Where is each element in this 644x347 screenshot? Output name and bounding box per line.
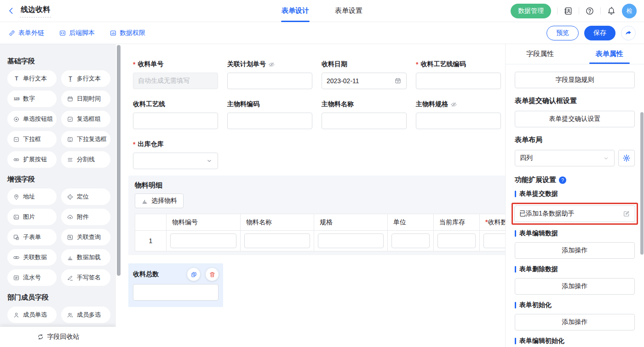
- multi-dropdown-icon: [67, 136, 74, 143]
- field-type-subform[interactable]: 子表单: [7, 229, 57, 245]
- form-field[interactable]: *出库仓库: [133, 140, 218, 169]
- field-type-member-single[interactable]: 成员单选: [7, 307, 57, 323]
- field-type-locate-target[interactable]: 定位: [61, 188, 110, 205]
- field-input[interactable]: [322, 113, 407, 129]
- notification-bell-icon[interactable]: [607, 6, 616, 16]
- field-type-image[interactable]: 图片: [7, 209, 57, 225]
- field-type-related-data[interactable]: 关联数据: [7, 249, 57, 266]
- scrollbar-thumb[interactable]: [117, 45, 121, 276]
- form-field[interactable]: 主物料规格: [416, 100, 501, 129]
- field-input[interactable]: [227, 113, 312, 129]
- submit-confirm-button[interactable]: 表单提交确认设置: [515, 111, 635, 127]
- share-button[interactable]: [621, 26, 636, 40]
- subform-cell-input[interactable]: [244, 233, 310, 248]
- main-tab-2[interactable]: 表单设置: [322, 0, 375, 22]
- field-input[interactable]: [227, 73, 312, 89]
- avatar[interactable]: 检: [622, 4, 637, 18]
- subform-cell-input[interactable]: [437, 233, 476, 248]
- field-type-multi-dropdown[interactable]: 下拉复选框: [61, 131, 110, 148]
- subform-icon: [13, 234, 20, 241]
- form-field[interactable]: 主物料名称: [322, 100, 407, 129]
- toolbar-link-script[interactable]: 后端脚本: [59, 29, 95, 37]
- selected-field-receive-total[interactable]: 收料总数: [128, 263, 223, 307]
- form-field[interactable]: *收料工艺线编码: [416, 60, 501, 89]
- panel-tab-2[interactable]: 表单属性: [575, 44, 644, 64]
- field-type-signature-pen[interactable]: 手写签名: [61, 269, 110, 286]
- field-type-attachment-cloud[interactable]: 附件: [61, 209, 110, 225]
- field-input[interactable]: [133, 284, 218, 301]
- add-operation-button[interactable]: 添加操作: [515, 278, 635, 295]
- field-type-single-text[interactable]: T单行文本: [7, 70, 57, 87]
- subform-material-detail[interactable]: 物料明细 选择物料 物料编号物料名称规格单位当前库存*收料数量1: [128, 176, 505, 255]
- field-type-radio[interactable]: 单选按钮组: [7, 111, 57, 127]
- field-type-multi-text[interactable]: Ṯ多行文本: [61, 70, 110, 87]
- duplicate-field-button[interactable]: [187, 268, 200, 281]
- data-assistant-box[interactable]: 已添加1条数据助手: [514, 205, 635, 222]
- add-operation-button[interactable]: 添加操作: [515, 314, 635, 330]
- date-input[interactable]: 2023-02-11: [322, 73, 407, 89]
- field-input[interactable]: [133, 113, 218, 129]
- form-field[interactable]: 收料日期2023-02-11: [322, 60, 407, 89]
- form-field[interactable]: *收料单号自动生成无需填写: [133, 60, 218, 89]
- help-icon[interactable]: [585, 6, 594, 16]
- edit-icon: [623, 210, 630, 217]
- field-type-divider[interactable]: 分割线: [61, 151, 110, 168]
- field-type-extend-button[interactable]: 扩展按钮: [7, 151, 57, 168]
- form-field[interactable]: 收料工艺线: [133, 100, 218, 129]
- subform-cell-input[interactable]: [391, 233, 430, 248]
- field-input[interactable]: [416, 113, 501, 129]
- select-input[interactable]: [133, 153, 218, 169]
- subform-column-header: 物料编号: [167, 214, 241, 231]
- subform-cell-input[interactable]: [483, 233, 505, 248]
- toolbar-link-data-permission[interactable]: 数据权限: [109, 29, 145, 37]
- panel-scrollbar-thumb[interactable]: [640, 112, 644, 255]
- field-type-calendar[interactable]: 日期时间: [61, 91, 110, 107]
- assistant-text: 已添加1条数据助手: [519, 210, 575, 218]
- form-field[interactable]: 关联计划单号: [227, 60, 312, 89]
- main-tab-1[interactable]: 表单设计: [269, 0, 322, 22]
- layout-settings-button[interactable]: [618, 150, 635, 166]
- subform-column-header: *收料数量: [480, 214, 506, 231]
- required-asterisk: *: [133, 61, 135, 68]
- field-label: 收料总数: [133, 270, 159, 279]
- data-manage-button[interactable]: 数据管理: [511, 4, 551, 18]
- panel-section-title: 表单初始化: [515, 301, 635, 309]
- field-type-checkbox[interactable]: 复选框组: [61, 111, 110, 127]
- field-type-serial-number[interactable]: 流水号: [7, 269, 57, 286]
- layout-select[interactable]: 四列: [515, 150, 615, 166]
- chevron-down-icon: [206, 157, 213, 165]
- contacts-book-icon[interactable]: [564, 6, 573, 16]
- sidebar-scrollbar[interactable]: [116, 44, 122, 347]
- help-badge-icon[interactable]: ?: [559, 176, 566, 184]
- select-material-button[interactable]: 选择物料: [135, 193, 184, 208]
- save-button[interactable]: 保存: [584, 26, 615, 40]
- field-type-number[interactable]: 123数字: [7, 91, 57, 107]
- toolbar-link-link[interactable]: 表单外链: [8, 29, 44, 37]
- calendar7-icon: [394, 77, 402, 85]
- main-tabs: 表单设计表单设置: [269, 0, 375, 22]
- subform-cell-input[interactable]: [170, 233, 236, 248]
- subform-table: 物料编号物料名称规格单位当前库存*收料数量1: [135, 214, 505, 251]
- field-type-member-multi[interactable]: 成员多选: [61, 307, 110, 323]
- field-display-rules-button[interactable]: 字段显隐规则: [515, 72, 635, 88]
- panel-tab-1[interactable]: 字段属性: [506, 44, 575, 64]
- field-type-address-pin[interactable]: 地址: [7, 188, 57, 205]
- form-field[interactable]: 主物料编码: [227, 100, 312, 129]
- field-label: 收料日期: [322, 60, 347, 68]
- field-label: 收料工艺线编码: [420, 60, 466, 68]
- delete-field-button[interactable]: [206, 268, 218, 281]
- back-button[interactable]: [7, 7, 15, 15]
- field-type-data-load[interactable]: 数据加载: [61, 249, 110, 266]
- gear-icon: [622, 154, 631, 162]
- field-type-dropdown[interactable]: 下拉框: [7, 131, 57, 148]
- top-bar: 线边收料 表单设计表单设置 数据管理 检: [0, 0, 644, 22]
- field-input-disabled[interactable]: 自动生成无需填写: [133, 73, 218, 89]
- field-input[interactable]: [416, 73, 501, 89]
- subform-data-row: 1: [135, 231, 506, 251]
- secondary-toolbar: 表单外链后端脚本数据权限 预览 保存: [0, 22, 644, 44]
- add-operation-button[interactable]: 添加操作: [515, 242, 635, 259]
- field-type-related-query[interactable]: 关联查询: [61, 229, 110, 245]
- field-recycle-bin[interactable]: 字段回收站: [0, 327, 116, 347]
- subform-cell-input[interactable]: [318, 233, 384, 248]
- preview-button[interactable]: 预览: [546, 26, 579, 40]
